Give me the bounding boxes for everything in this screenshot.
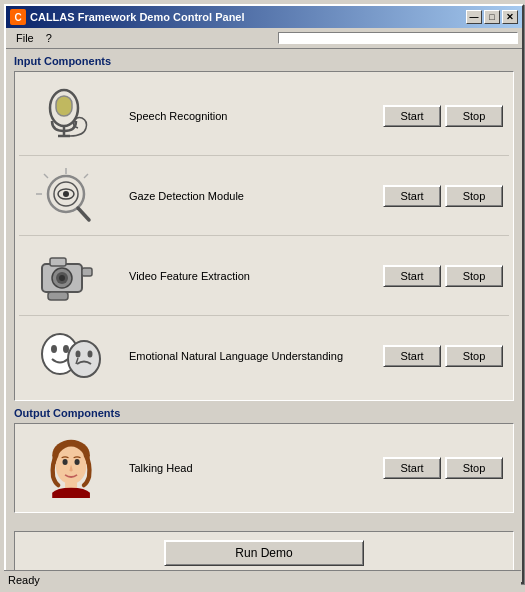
svg-point-28 bbox=[62, 459, 67, 465]
svg-rect-19 bbox=[48, 292, 68, 300]
eye-icon bbox=[34, 166, 109, 226]
svg-point-23 bbox=[68, 341, 100, 377]
status-bar: Ready bbox=[4, 570, 521, 588]
face-icon bbox=[34, 438, 109, 498]
speech-recognition-stop[interactable]: Stop bbox=[445, 105, 503, 127]
emotional-nlu-label: Emotional Natural Language Understanding bbox=[121, 350, 383, 362]
emotional-nlu-buttons: Start Stop bbox=[383, 345, 507, 367]
input-section-label: Input Components bbox=[14, 55, 514, 67]
title-bar-buttons: — □ ✕ bbox=[466, 10, 518, 24]
gaze-detection-label: Gaze Detection Module bbox=[121, 190, 383, 202]
microphone-icon bbox=[34, 86, 109, 146]
speech-recognition-icon bbox=[21, 81, 121, 151]
gaze-detection-start[interactable]: Start bbox=[383, 185, 441, 207]
app-icon: C bbox=[10, 9, 26, 25]
progress-bar bbox=[278, 32, 518, 44]
speech-recognition-start[interactable]: Start bbox=[383, 105, 441, 127]
svg-point-22 bbox=[63, 345, 69, 353]
talking-head-label: Talking Head bbox=[121, 462, 383, 474]
video-extraction-start[interactable]: Start bbox=[383, 265, 441, 287]
content-area: Input Components Speech Reco bbox=[6, 49, 522, 525]
table-row: Speech Recognition Start Stop bbox=[19, 76, 509, 156]
emotional-nlu-start[interactable]: Start bbox=[383, 345, 441, 367]
svg-point-7 bbox=[63, 191, 69, 197]
maximize-button[interactable]: □ bbox=[484, 10, 500, 24]
menu-file[interactable]: File bbox=[10, 30, 40, 46]
video-extraction-icon bbox=[21, 241, 121, 311]
svg-point-24 bbox=[75, 351, 80, 358]
svg-rect-17 bbox=[50, 258, 66, 266]
minimize-button[interactable]: — bbox=[466, 10, 482, 24]
svg-line-8 bbox=[78, 208, 89, 220]
status-text: Ready bbox=[8, 574, 40, 586]
speech-recognition-buttons: Start Stop bbox=[383, 105, 507, 127]
video-extraction-label: Video Feature Extraction bbox=[121, 270, 383, 282]
title-bar: C CALLAS Framework Demo Control Panel — … bbox=[6, 6, 522, 28]
svg-point-21 bbox=[51, 345, 57, 353]
svg-rect-1 bbox=[56, 96, 72, 116]
table-row: Emotional Natural Language Understanding… bbox=[19, 316, 509, 396]
table-row: Talking Head Start Stop bbox=[19, 428, 509, 508]
camera-icon bbox=[34, 246, 109, 306]
table-row: Video Feature Extraction Start Stop bbox=[19, 236, 509, 316]
svg-point-29 bbox=[74, 459, 79, 465]
window-title: CALLAS Framework Demo Control Panel bbox=[30, 11, 245, 23]
svg-point-16 bbox=[59, 275, 65, 281]
menu-bar: File ? bbox=[6, 28, 522, 49]
gaze-detection-stop[interactable]: Stop bbox=[445, 185, 503, 207]
run-demo-panel: Run Demo bbox=[14, 531, 514, 575]
video-extraction-buttons: Start Stop bbox=[383, 265, 507, 287]
talking-head-buttons: Start Stop bbox=[383, 457, 507, 479]
emotional-nlu-icon bbox=[21, 321, 121, 391]
table-row: Gaze Detection Module Start Stop bbox=[19, 156, 509, 236]
close-button[interactable]: ✕ bbox=[502, 10, 518, 24]
menu-help[interactable]: ? bbox=[40, 30, 58, 46]
input-components-panel: Speech Recognition Start Stop bbox=[14, 71, 514, 401]
svg-point-25 bbox=[87, 351, 92, 358]
output-components-panel: Talking Head Start Stop bbox=[14, 423, 514, 513]
video-extraction-stop[interactable]: Stop bbox=[445, 265, 503, 287]
title-bar-left: C CALLAS Framework Demo Control Panel bbox=[10, 9, 245, 25]
masks-icon bbox=[34, 326, 109, 386]
emotional-nlu-stop[interactable]: Stop bbox=[445, 345, 503, 367]
svg-line-11 bbox=[44, 174, 48, 178]
gaze-detection-icon bbox=[21, 161, 121, 231]
run-demo-button[interactable]: Run Demo bbox=[164, 540, 364, 566]
talking-head-stop[interactable]: Stop bbox=[445, 457, 503, 479]
talking-head-start[interactable]: Start bbox=[383, 457, 441, 479]
gaze-detection-buttons: Start Stop bbox=[383, 185, 507, 207]
talking-head-icon bbox=[21, 433, 121, 503]
svg-line-10 bbox=[84, 174, 88, 178]
svg-rect-18 bbox=[82, 268, 92, 276]
speech-recognition-label: Speech Recognition bbox=[121, 110, 383, 122]
main-window: C CALLAS Framework Demo Control Panel — … bbox=[4, 4, 524, 584]
output-section-label: Output Components bbox=[14, 407, 514, 419]
